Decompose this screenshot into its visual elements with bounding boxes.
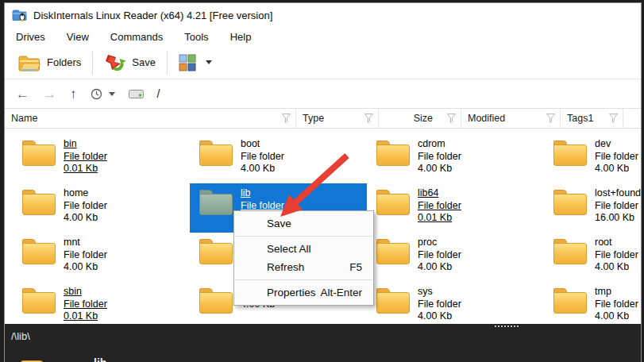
file-size: 16.00 Kb <box>595 212 641 225</box>
filter-icon[interactable] <box>364 114 373 123</box>
context-menu-shortcut: Alt-Enter <box>320 287 362 298</box>
file-tile-info: sbin File folder 0.01 Kb <box>64 286 107 323</box>
folder-icon <box>22 288 56 314</box>
file-tile-info: lib File folder <box>241 187 284 212</box>
file-type: File folder <box>595 249 638 262</box>
filter-icon[interactable] <box>447 114 456 123</box>
column-header-modified[interactable]: Modified <box>461 109 561 128</box>
file-size: 4.00 Kb <box>64 212 107 225</box>
file-tile-info: tmp File folder 4.00 Kb <box>595 286 638 323</box>
file-name: boot <box>241 138 284 151</box>
file-tile-info: home File folder 4.00 Kb <box>64 187 107 225</box>
menu-item-view[interactable]: View <box>61 29 94 44</box>
file-type: File folder <box>595 298 638 311</box>
context-menu-item-save[interactable]: Save <box>234 214 373 233</box>
menu-item-commands[interactable]: Commands <box>105 29 168 44</box>
context-menu-label: Save <box>267 218 362 229</box>
menu-bar: DrivesViewCommandsToolsHelp <box>5 27 641 46</box>
context-menu-item-properties[interactable]: PropertiesAlt-Enter <box>234 283 373 302</box>
app-icon <box>12 9 27 21</box>
context-menu-label: Properties <box>267 287 320 298</box>
current-path-text: / <box>157 87 160 100</box>
partial-folder-label[interactable]: lib <box>94 356 106 362</box>
screenshot-stage: DiskInternals Linux Reader (x64) 4.21 [F… <box>0 0 644 362</box>
file-size: 0.01 Kb <box>418 212 461 225</box>
drive-icon <box>129 90 144 98</box>
folders-button[interactable]: Folders <box>11 49 87 76</box>
file-tile-bin[interactable]: bin File folder 0.01 Kb <box>13 134 190 183</box>
filter-icon[interactable] <box>282 114 291 123</box>
toolbar-separator <box>92 51 93 75</box>
file-size: 4.00 Kb <box>64 261 107 274</box>
folder-icon <box>553 288 587 314</box>
context-menu-item-refresh[interactable]: RefreshF5 <box>234 258 373 276</box>
app-window: DiskInternals Linux Reader (x64) 4.21 [F… <box>4 2 642 362</box>
context-menu-separator <box>235 279 372 280</box>
folder-icon <box>199 141 233 166</box>
filter-icon[interactable] <box>546 114 555 123</box>
folders-icon <box>17 52 41 73</box>
back-button[interactable]: ← <box>16 87 29 101</box>
file-tile-cdrom[interactable]: cdrom File folder 4.00 Kb <box>367 134 544 183</box>
folder-icon <box>22 190 56 215</box>
folder-icon <box>376 288 410 314</box>
folder-icon <box>553 141 587 166</box>
file-name: sys <box>418 286 461 298</box>
save-button[interactable]: Save <box>98 49 162 76</box>
file-tile-tmp[interactable]: tmp File folder 4.00 Kb <box>544 282 641 324</box>
file-tile-info: lost+found File folder 16.00 Kb <box>595 187 641 225</box>
file-tile-boot[interactable]: boot File folder 4.00 Kb <box>190 134 367 183</box>
menu-item-help[interactable]: Help <box>225 29 257 44</box>
menu-item-tools[interactable]: Tools <box>179 29 214 44</box>
views-dropdown-caret[interactable] <box>206 60 212 64</box>
file-type: File folder <box>241 151 284 164</box>
save-icon <box>104 52 126 73</box>
file-name: bin <box>64 138 107 151</box>
forward-button[interactable]: → <box>43 87 56 101</box>
filter-icon[interactable] <box>609 114 618 123</box>
folder-icon <box>553 190 587 215</box>
column-header-name[interactable]: Name <box>5 109 296 128</box>
file-name: home <box>64 187 107 200</box>
file-name: mnt <box>64 237 107 249</box>
file-tile-lost-found[interactable]: lost+found File folder 16.00 Kb <box>544 183 641 233</box>
history-button[interactable] <box>91 88 115 100</box>
file-name: sbin <box>64 286 107 298</box>
file-type: File folder <box>418 151 461 164</box>
splitter-gripper[interactable] <box>495 325 519 327</box>
file-tile-mnt[interactable]: mnt File folder 4.00 Kb <box>13 233 190 282</box>
column-header-size[interactable]: Size <box>379 109 461 128</box>
file-tile-sbin[interactable]: sbin File folder 0.01 Kb <box>13 282 190 324</box>
toolbar: Folders Save <box>5 46 641 79</box>
file-tile-lib64[interactable]: lib64 File folder 0.01 Kb <box>367 183 544 233</box>
file-tile-info: cdrom File folder 4.00 Kb <box>418 138 461 175</box>
history-caret-icon <box>109 92 115 96</box>
menu-item-drives[interactable]: Drives <box>10 29 51 44</box>
folder-icon <box>376 190 410 215</box>
file-name: cdrom <box>418 138 461 151</box>
column-header-type[interactable]: Type <box>296 109 379 128</box>
up-button[interactable]: ↑ <box>70 87 77 101</box>
file-tile-info: mnt File folder 4.00 Kb <box>64 237 107 274</box>
file-name: lib64 <box>418 187 461 200</box>
file-name: lost+found <box>595 187 641 200</box>
status-path-text: /\lib\ <box>11 330 30 342</box>
views-button[interactable] <box>172 51 218 75</box>
file-type: File folder <box>595 200 641 213</box>
file-tile-proc[interactable]: proc File folder 4.00 Kb <box>367 233 544 282</box>
context-menu-item-select-all[interactable]: Select All <box>234 240 373 258</box>
folder-icon <box>199 190 233 215</box>
bottom-pane: /\lib\ lib <box>5 324 641 362</box>
column-header-tags1[interactable]: Tags1 <box>561 109 623 128</box>
file-type: File folder <box>64 298 107 311</box>
file-tile-root[interactable]: root File folder 4.00 Kb <box>544 233 641 282</box>
file-tile-dev[interactable]: dev File folder 4.00 Kb <box>544 134 641 183</box>
file-tile-sys[interactable]: sys File folder 4.00 Kb <box>367 282 544 324</box>
context-menu-label: Select All <box>267 243 362 255</box>
file-size: 4.00 Kb <box>418 163 461 175</box>
folders-button-label: Folders <box>47 56 81 68</box>
file-tile-home[interactable]: home File folder 4.00 Kb <box>13 183 190 233</box>
context-menu-label: Refresh <box>267 261 349 273</box>
file-size: 4.00 Kb <box>418 310 461 323</box>
file-tile-info: dev File folder 4.00 Kb <box>595 138 638 175</box>
